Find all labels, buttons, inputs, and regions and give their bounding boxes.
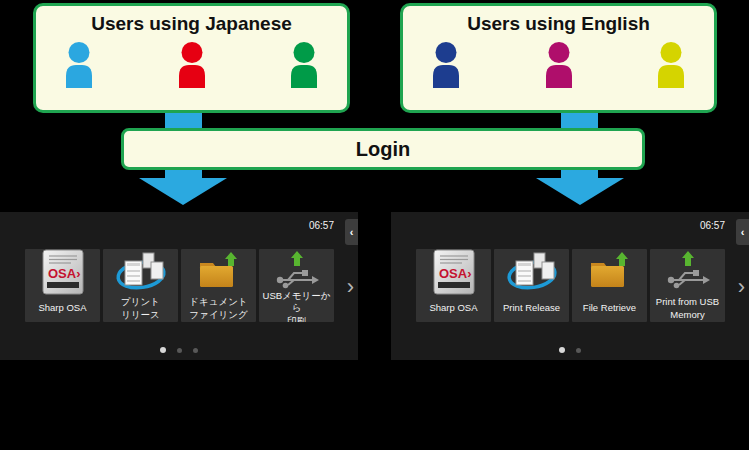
home-tiles: OSA› Sharp OSA (416, 249, 725, 322)
print-release-icon (506, 249, 558, 295)
tile-label: プリント リリース (121, 296, 160, 321)
japanese-users-box: Users using Japanese (33, 3, 350, 113)
login-box: Login (121, 128, 645, 170)
tile-print-release[interactable]: Print Release (494, 249, 569, 322)
tile-document-filing[interactable]: ドキュメント ファイリング (181, 249, 256, 322)
english-users-box: Users using English (400, 3, 717, 113)
tile-label: Print Release (503, 302, 560, 314)
english-users-title: Users using English (403, 13, 714, 35)
chevron-right-icon: › (738, 274, 745, 299)
down-arrow-head (139, 178, 227, 205)
english-users-row (403, 42, 714, 88)
tile-print-release[interactable]: プリント リリース (103, 249, 178, 322)
page-indicator (0, 347, 358, 353)
tile-sharp-osa[interactable]: OSA› Sharp OSA (416, 249, 491, 322)
page-dot[interactable] (576, 348, 581, 353)
login-label: Login (356, 138, 410, 161)
tile-usb-print[interactable]: USBメモリーから 印刷 (259, 249, 334, 322)
tile-label: Print from USB Memory (656, 296, 719, 321)
tile-usb-print[interactable]: Print from USB Memory (650, 249, 725, 322)
tile-label: ドキュメント ファイリング (189, 296, 247, 321)
svg-text:OSA›: OSA› (48, 266, 81, 281)
next-page-chevron[interactable]: › (347, 274, 354, 300)
sharp-osa-icon: OSA› (42, 249, 84, 295)
collapse-panel-tab[interactable]: ‹ (345, 219, 358, 245)
usb-print-icon (274, 249, 320, 295)
japanese-users-row (36, 42, 347, 88)
svg-text:OSA›: OSA› (439, 266, 472, 281)
page-dot-active[interactable] (559, 347, 565, 353)
user-icon (429, 42, 463, 88)
clock: 06:57 (700, 220, 725, 231)
sharp-osa-icon: OSA› (433, 249, 475, 295)
usb-print-icon (665, 249, 711, 295)
chevron-right-icon: › (347, 274, 354, 299)
page: Users using Japanese (0, 0, 749, 450)
page-dot[interactable] (177, 348, 182, 353)
user-icon (62, 42, 96, 88)
user-icon (654, 42, 688, 88)
tile-file-retrieve[interactable]: File Retrieve (572, 249, 647, 322)
down-arrow-head (536, 178, 624, 205)
page-dot-active[interactable] (160, 347, 166, 353)
tile-label: Sharp OSA (429, 302, 477, 314)
user-icon (175, 42, 209, 88)
page-indicator (391, 347, 749, 353)
collapse-panel-tab[interactable]: ‹ (736, 219, 749, 245)
chevron-left-icon: ‹ (350, 226, 354, 238)
japanese-users-title: Users using Japanese (36, 13, 347, 35)
file-retrieve-icon (588, 249, 632, 295)
japanese-home-screen: 06:57 ‹ (0, 212, 358, 360)
user-icon (287, 42, 321, 88)
chevron-left-icon: ‹ (741, 226, 745, 238)
home-tiles: OSA› Sharp OSA (25, 249, 334, 322)
user-icon (542, 42, 576, 88)
tile-sharp-osa[interactable]: OSA› Sharp OSA (25, 249, 100, 322)
print-release-icon (115, 249, 167, 295)
tile-label: USBメモリーから 印刷 (259, 290, 334, 322)
page-dot[interactable] (193, 348, 198, 353)
next-page-chevron[interactable]: › (738, 274, 745, 300)
tile-label: File Retrieve (583, 302, 636, 314)
document-filing-icon (197, 249, 241, 295)
english-home-screen: 06:57 ‹ OSA› Sharp OSA (391, 212, 749, 360)
tile-label: Sharp OSA (38, 302, 86, 314)
clock: 06:57 (309, 220, 334, 231)
